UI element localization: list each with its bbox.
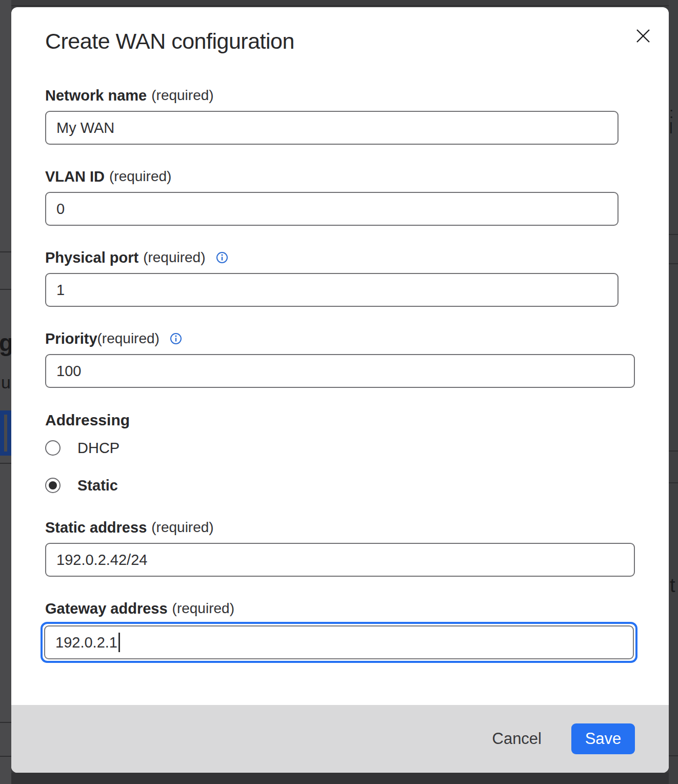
static-address-input[interactable] bbox=[45, 543, 635, 577]
focus-ring: 192.0.2.1 bbox=[41, 622, 637, 663]
field-gateway-address: Gateway address (required) 192.0.2.1 bbox=[45, 599, 669, 663]
close-button[interactable] bbox=[633, 26, 653, 46]
radio-button-checked[interactable] bbox=[45, 478, 61, 493]
modal-body: Create WAN configuration Network name (r… bbox=[11, 7, 669, 705]
close-icon bbox=[634, 27, 652, 45]
vlan-id-input[interactable] bbox=[45, 192, 619, 226]
field-vlan-id: VLAN ID (required) bbox=[45, 167, 669, 226]
physical-port-label: Physical port bbox=[45, 248, 138, 267]
required-hint: (required) bbox=[151, 518, 213, 537]
background-left-edge: g u bbox=[0, 0, 11, 784]
info-icon[interactable] bbox=[216, 251, 228, 264]
background-blue-button-fragment bbox=[0, 410, 11, 456]
static-address-label: Static address bbox=[45, 518, 147, 537]
required-hint: (required) bbox=[151, 86, 213, 105]
modal-title: Create WAN configuration bbox=[45, 28, 669, 54]
cancel-button[interactable]: Cancel bbox=[492, 730, 542, 748]
field-static-address: Static address (required) bbox=[45, 518, 669, 577]
radio-option-dhcp[interactable]: DHCP bbox=[45, 440, 669, 456]
required-hint: (required) bbox=[172, 599, 234, 618]
gateway-address-label: Gateway address bbox=[45, 599, 168, 618]
info-icon[interactable] bbox=[170, 332, 182, 345]
priority-label: Priority bbox=[45, 329, 97, 348]
save-button[interactable]: Save bbox=[571, 723, 635, 754]
radio-label: DHCP bbox=[77, 440, 119, 456]
addressing-heading: Addressing bbox=[45, 410, 669, 430]
network-name-input[interactable] bbox=[45, 111, 619, 145]
background-text-fragment: : l bbox=[669, 105, 678, 136]
modal-footer: Cancel Save bbox=[11, 705, 669, 773]
field-network-name: Network name (required) bbox=[45, 86, 669, 145]
required-hint: (required) bbox=[97, 329, 159, 348]
background-bottom bbox=[0, 773, 678, 784]
required-hint: (required) bbox=[143, 248, 205, 267]
network-name-label: Network name bbox=[45, 86, 147, 105]
background-right-edge: : l t bbox=[669, 0, 678, 784]
physical-port-input[interactable] bbox=[45, 273, 619, 307]
background-divider bbox=[0, 5, 678, 6]
priority-input[interactable] bbox=[45, 354, 635, 388]
background-text-fragment: t bbox=[670, 576, 675, 595]
radio-option-static[interactable]: Static bbox=[45, 478, 669, 493]
text-caret bbox=[118, 633, 120, 652]
required-hint: (required) bbox=[109, 167, 171, 186]
field-physical-port: Physical port (required) bbox=[45, 248, 669, 307]
background-text-fragment: u bbox=[1, 374, 11, 391]
radio-label: Static bbox=[77, 478, 118, 493]
gateway-address-input[interactable]: 192.0.2.1 bbox=[44, 625, 634, 659]
vlan-id-label: VLAN ID bbox=[45, 167, 105, 186]
addressing-options: DHCP Static bbox=[45, 440, 669, 493]
field-priority: Priority (required) bbox=[45, 329, 669, 388]
gateway-address-value: 192.0.2.1 bbox=[55, 634, 117, 651]
radio-button-unchecked[interactable] bbox=[45, 440, 61, 456]
create-wan-modal: Create WAN configuration Network name (r… bbox=[11, 7, 669, 773]
